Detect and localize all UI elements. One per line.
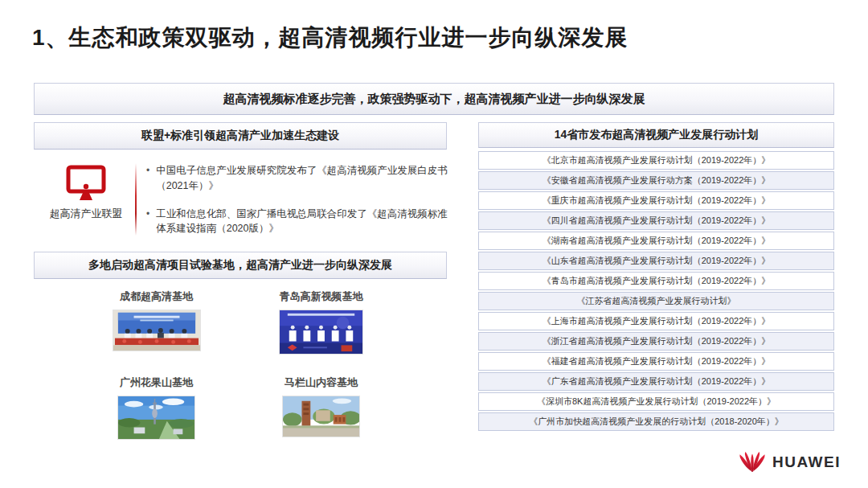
section-header-bases: 多地启动超高清项目试验基地，超高清产业进一步向纵深发展 bbox=[34, 252, 447, 279]
chengdu-base-photo bbox=[113, 310, 201, 351]
bullet-marker bbox=[146, 163, 149, 194]
plan-row: 《安徽省超高清视频产业发展行动方案（2019-2022年）》 bbox=[478, 171, 834, 190]
plan-row: 《重庆市超高清视频产业发展行动计划（2019-2022年）》 bbox=[478, 191, 834, 210]
base-qingdao: 青岛高新视频基地 bbox=[279, 289, 363, 355]
bullet-text: 中国电子信息产业发展研究院发布了《超高清视频产业发展白皮书（2021年）》 bbox=[156, 163, 448, 194]
plan-row: 《广州市加快超高清视频产业发展的行动计划（2018-2020年）》 bbox=[478, 412, 834, 431]
page-title: 1、生态和政策双驱动，超高清视频行业进一步向纵深发展 bbox=[32, 23, 628, 53]
plan-row: 《四川省超高清视频产业发展行动计划（2019-2022年）》 bbox=[478, 211, 834, 230]
base-photo-grid: 成都超高清基地 青岛高新视频基地 bbox=[74, 289, 403, 440]
base-label: 成都超高清基地 bbox=[113, 289, 201, 304]
huawei-logo-text: HUAWEI bbox=[772, 453, 841, 471]
bullet-list: 中国电子信息产业发展研究院发布了《超高清视频产业发展白皮书（2021年）》 工业… bbox=[146, 163, 448, 249]
plan-row: 《上海市超高清视频产业发展行动计划（2019-2022年）》 bbox=[478, 312, 834, 330]
plan-row: 《广东省超高清视频产业发展行动计划（2019-2022年）》 bbox=[478, 372, 834, 391]
plan-row: 《深圳市8K超高清视频产业发展行动计划（2019-2022年）》 bbox=[478, 392, 834, 411]
base-malanshan: 马栏山内容基地 bbox=[282, 375, 360, 440]
plan-row: 《福建省超高清视频产业发展行动计划（2019-2022年）》 bbox=[478, 352, 834, 371]
base-chengdu: 成都超高清基地 bbox=[113, 289, 201, 355]
alliance-block: 超高清产业联盟 bbox=[39, 165, 133, 221]
plan-row: 《青岛市超高清视频产业发展行动计划（2019-2022年）》 bbox=[478, 272, 834, 290]
alliance-label: 超高清产业联盟 bbox=[39, 207, 133, 221]
section-header-ecosystem-text: 联盟+标准引领超高清产业加速生态建设 bbox=[141, 129, 339, 143]
malanshan-base-photo bbox=[282, 396, 360, 437]
plan-row: 《浙江省超高清视频产业发展行动计划（2019-2022年）》 bbox=[478, 332, 834, 351]
base-label: 马栏山内容基地 bbox=[282, 375, 360, 390]
base-label: 青岛高新视频基地 bbox=[279, 289, 363, 304]
base-label: 广州花果山基地 bbox=[117, 375, 195, 390]
slide: 1、生态和政策双驱动，超高清视频行业进一步向纵深发展 超高清视频标准逐步完善，政… bbox=[0, 0, 868, 488]
plan-row: 《山东省超高清视频产业发展行动计划（2019-2022年）》 bbox=[478, 252, 834, 270]
top-banner: 超高清视频标准逐步完善，政策强势驱动下，超高清视频产业进一步向纵深发展 bbox=[34, 83, 834, 115]
plan-row: 《湖南省超高清视频产业发展行动计划（2019-2022年）》 bbox=[478, 232, 834, 250]
plan-row: 《北京市超高清视频产业发展行动计划（2019-2022年）》 bbox=[478, 151, 834, 170]
base-guangzhou: 广州花果山基地 bbox=[117, 375, 195, 440]
plan-row: 《江苏省超高清视频产业发展行动计划》 bbox=[478, 292, 834, 310]
section-header-bases-text: 多地启动超高清项目试验基地，超高清产业进一步向纵深发展 bbox=[88, 258, 392, 273]
plans-header-text: 14省市发布超高清视频产业发展行动计划 bbox=[555, 128, 759, 142]
bullet-item: 中国电子信息产业发展研究院发布了《超高清视频产业发展白皮书（2021年）》 bbox=[146, 163, 448, 194]
plans-header: 14省市发布超高清视频产业发展行动计划 bbox=[478, 122, 834, 148]
red-divider bbox=[135, 163, 137, 236]
bullet-marker bbox=[146, 207, 149, 237]
huawei-flower-icon bbox=[738, 451, 767, 474]
guangzhou-base-photo bbox=[117, 396, 195, 440]
bullet-text: 工业和信息化部、国家广播电视总局联合印发了《超高清视频标准体系建设指南（2020… bbox=[156, 207, 448, 237]
top-banner-text: 超高清视频标准逐步完善，政策强势驱动下，超高清视频产业进一步向纵深发展 bbox=[223, 92, 645, 107]
monitor-icon bbox=[66, 165, 106, 202]
huawei-logo: HUAWEI bbox=[738, 451, 841, 474]
plan-list: 《北京市超高清视频产业发展行动计划（2019-2022年）》 《安徽省超高清视频… bbox=[478, 151, 834, 433]
qingdao-base-photo bbox=[279, 310, 363, 355]
section-header-ecosystem: 联盟+标准引领超高清产业加速生态建设 bbox=[34, 122, 447, 150]
bullet-item: 工业和信息化部、国家广播电视总局联合印发了《超高清视频标准体系建设指南（2020… bbox=[146, 207, 448, 237]
